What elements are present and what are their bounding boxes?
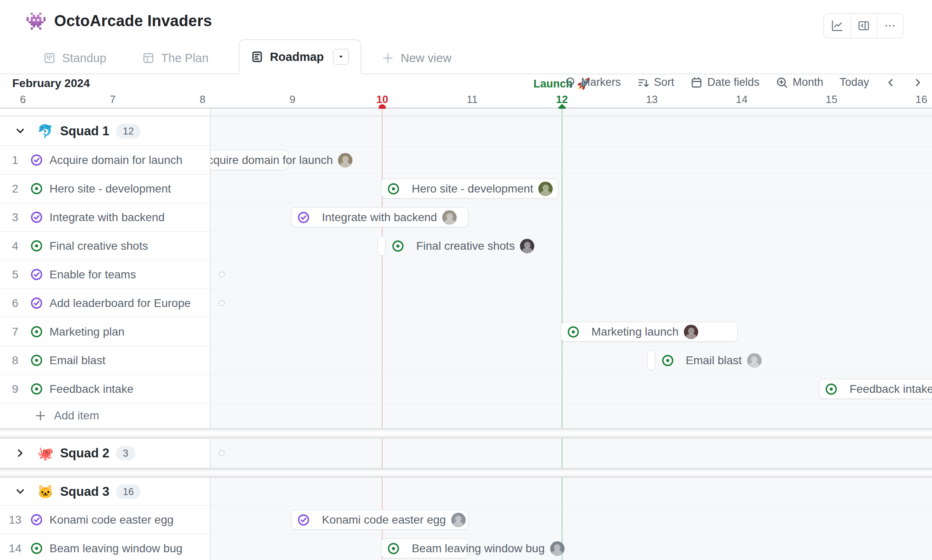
- table-row-sidebar-cell[interactable]: 9Feedback intake: [0, 375, 211, 403]
- table-row-sidebar-cell[interactable]: 13Konami code easter egg: [0, 506, 211, 534]
- item-title: Konami code easter egg: [49, 513, 174, 526]
- timeline-bar[interactable]: Integrate with backend: [291, 207, 468, 227]
- toolbar-today-button[interactable]: Today: [840, 76, 869, 89]
- table-row-timeline-cell: [211, 289, 932, 318]
- add-item-button[interactable]: Add item: [34, 409, 99, 422]
- table-row-sidebar-cell[interactable]: 6Add leaderboard for Europe: [0, 289, 211, 318]
- offscreen-item-indicator[interactable]: [219, 300, 225, 306]
- new-view-button[interactable]: New view: [376, 42, 457, 74]
- table-row-sidebar-cell[interactable]: 5Enable for teams: [0, 260, 211, 289]
- tab-standup[interactable]: Standup: [38, 42, 112, 74]
- bar-title: Integrate with backend: [322, 211, 437, 224]
- table-row: 13Konami code easter eggKonami code east…: [0, 506, 932, 534]
- table-row: 1Acquire domain for launchAcquire domain…: [0, 146, 932, 175]
- group-count-badge: 16: [116, 484, 141, 499]
- timeline-bar[interactable]: Final creative shots: [377, 236, 385, 256]
- day-label-13: 13: [646, 93, 658, 106]
- group-header-1-timeline-cell: [211, 116, 932, 146]
- assignee-avatar: [684, 325, 698, 339]
- timeline-bar[interactable]: Hero site - development: [381, 179, 558, 199]
- table-row-sidebar-cell[interactable]: 8Email blast: [0, 346, 211, 375]
- issue-open-icon: [567, 325, 580, 338]
- group-emoji-icon: 🐙: [37, 446, 54, 461]
- assignee-avatar: [338, 153, 352, 167]
- add-item-row-sidebar-cell[interactable]: Add item: [0, 403, 211, 428]
- toolbar-label: Month: [793, 76, 823, 89]
- group-count-badge: 3: [116, 446, 135, 461]
- timeline-bar[interactable]: Email blast: [647, 350, 655, 370]
- timeline-bar-label: Email blast: [661, 353, 762, 367]
- github-projects-roadmap: 👾 OctoArcade Invaders StandupThe PlanRoa…: [0, 0, 932, 560]
- group-emoji-icon: 🐱: [37, 484, 54, 500]
- row-number: 1: [0, 154, 30, 167]
- tab-label: The Plan: [161, 52, 208, 65]
- table-row-timeline-cell: Konami code easter egg: [211, 506, 932, 534]
- group-header-1-sidebar-cell[interactable]: 🐬Squad 112: [0, 116, 211, 146]
- more-options-button[interactable]: [876, 14, 903, 38]
- day-label-11: 11: [467, 93, 478, 106]
- table-row-sidebar-cell[interactable]: 3Integrate with backend: [0, 203, 211, 232]
- group-collapse-toggle[interactable]: [15, 125, 26, 137]
- table-row: 4Final creative shotsFinal creative shot…: [0, 232, 932, 260]
- issue-open-icon: [387, 542, 400, 555]
- bar-title: Konami code easter egg: [322, 513, 446, 526]
- table-row-sidebar-cell[interactable]: 14Beam leaving window bug: [0, 534, 211, 560]
- table-row-sidebar-cell[interactable]: 7Marketing plan: [0, 318, 211, 346]
- timeline-bar[interactable]: Beam leaving window bug: [381, 538, 468, 558]
- side-panel-button[interactable]: [850, 14, 876, 38]
- toolbar-markers-button[interactable]: Markers: [564, 76, 621, 89]
- toolbar-next-button[interactable]: [912, 77, 923, 88]
- table-row: 6Add leaderboard for Europe: [0, 289, 932, 318]
- assignee-avatar: [747, 353, 762, 367]
- toolbar-label: Date fields: [707, 76, 759, 89]
- timeline-bar[interactable]: Feedback intake: [819, 379, 932, 399]
- group-header-3-sidebar-cell[interactable]: 🐱Squad 316: [0, 478, 211, 506]
- table-row-sidebar-cell[interactable]: 1Acquire domain for launch: [0, 146, 211, 175]
- roadmap-toolbar: February 2024 Launch 🚀 MarkersSortDate f…: [0, 75, 932, 94]
- tab-the-plan[interactable]: The Plan: [137, 42, 214, 74]
- item-title: Email blast: [49, 354, 105, 367]
- zoom-in-icon: [776, 76, 788, 89]
- bar-title: Feedback intake: [849, 383, 932, 396]
- offscreen-item-indicator[interactable]: [219, 450, 225, 456]
- group-emoji-icon: 🐬: [37, 123, 54, 139]
- issue-open-icon: [825, 383, 838, 395]
- group-header-2-timeline-cell: [211, 439, 932, 468]
- table-row-timeline-cell: Acquire domain for launch: [211, 146, 932, 175]
- timeline-bar[interactable]: Konami code easter egg: [291, 510, 468, 530]
- toolbar-date-fields-button[interactable]: Date fields: [690, 76, 759, 89]
- insights-button[interactable]: [824, 14, 850, 38]
- header-action-group: [823, 13, 903, 38]
- offscreen-item-indicator[interactable]: [219, 271, 225, 278]
- timeline-bar[interactable]: Marketing launch: [561, 322, 738, 342]
- day-label-6: 6: [20, 93, 26, 106]
- table-icon: [142, 52, 155, 64]
- item-title: Add leaderboard for Europe: [49, 297, 191, 310]
- timeline-bar-label: Feedback intake: [825, 382, 932, 396]
- add-item-label: Add item: [54, 409, 99, 422]
- day-label-16: 16: [916, 93, 928, 106]
- group-header-2-sidebar-cell[interactable]: 🐙Squad 23: [0, 439, 211, 468]
- group-name: Squad 3: [60, 484, 110, 499]
- assignee-avatar: [451, 513, 466, 527]
- item-title: Marketing plan: [49, 325, 125, 338]
- project-emoji-icon: 👾: [25, 13, 47, 30]
- table-row-sidebar-cell[interactable]: 2Hero site - development: [0, 175, 211, 203]
- group-collapse-toggle[interactable]: [15, 486, 26, 497]
- new-view-label: New view: [401, 52, 451, 65]
- toolbar-label: Sort: [654, 76, 674, 89]
- table-row-timeline-cell: Final creative shots: [211, 232, 932, 260]
- issue-closed-icon: [30, 513, 43, 526]
- tab-roadmap[interactable]: Roadmap: [239, 39, 361, 74]
- add-item-row: Add item: [0, 403, 932, 428]
- toolbar-prev-button[interactable]: [885, 77, 896, 88]
- toolbar-month-button[interactable]: Month: [776, 76, 823, 89]
- group-collapse-toggle[interactable]: [15, 448, 26, 459]
- axis-spacer-row-sidebar-cell[interactable]: [0, 109, 211, 116]
- view-options-caret-button[interactable]: [333, 49, 349, 65]
- table-row: 8Email blastEmail blast: [0, 346, 932, 375]
- toolbar-sort-button[interactable]: Sort: [637, 76, 674, 89]
- axis-spacer-row: [0, 109, 932, 116]
- item-title: Final creative shots: [49, 240, 148, 253]
- table-row-sidebar-cell[interactable]: 4Final creative shots: [0, 232, 211, 260]
